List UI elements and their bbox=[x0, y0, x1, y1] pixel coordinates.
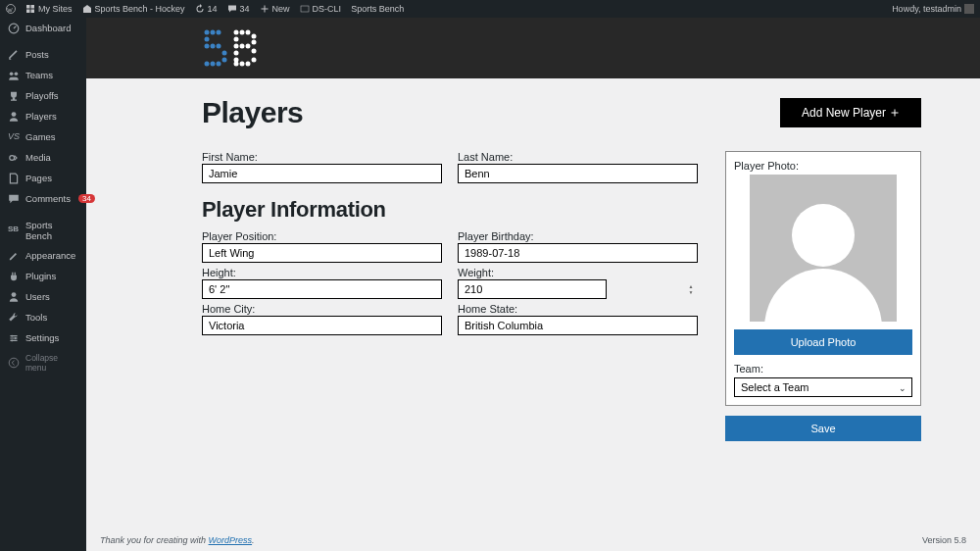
sidebar-item-posts[interactable]: Posts bbox=[0, 44, 86, 65]
sidebar-item-plugins[interactable]: Plugins bbox=[0, 266, 86, 286]
save-button[interactable]: Save bbox=[725, 416, 921, 441]
svg-point-5 bbox=[12, 112, 17, 117]
first-name-input[interactable] bbox=[202, 164, 442, 183]
svg-rect-1 bbox=[301, 6, 309, 12]
sidebar-item-appearance[interactable]: Appearance bbox=[0, 245, 86, 266]
upload-photo-button[interactable]: Upload Photo bbox=[734, 329, 912, 355]
site-name-link[interactable]: Sports Bench - Hockey bbox=[82, 4, 185, 14]
howdy-link[interactable]: Howdy, testadmin bbox=[892, 4, 974, 14]
svg-point-38 bbox=[240, 62, 245, 67]
collapse-menu[interactable]: Collapse menu bbox=[0, 348, 86, 376]
height-input[interactable] bbox=[202, 279, 442, 299]
svg-point-17 bbox=[211, 44, 216, 49]
comments-link[interactable]: 34 bbox=[227, 4, 250, 14]
home-state-input[interactable] bbox=[458, 316, 698, 335]
team-select[interactable]: Select a Team bbox=[734, 377, 912, 397]
sidebar-item-tools[interactable]: Tools bbox=[0, 307, 86, 327]
svg-point-24 bbox=[234, 30, 239, 35]
sidebar-item-label: Sports Bench bbox=[25, 220, 78, 241]
player-photo-panel: Player Photo: Upload Photo Team: Select … bbox=[725, 151, 921, 406]
player-photo-placeholder bbox=[750, 175, 897, 322]
svg-point-21 bbox=[205, 62, 210, 67]
sidebar-item-label: Pages bbox=[25, 173, 52, 183]
svg-point-15 bbox=[205, 37, 210, 42]
sidebar-item-label: Media bbox=[25, 152, 51, 163]
svg-point-19 bbox=[222, 51, 227, 56]
sidebar-item-label: Teams bbox=[25, 70, 53, 80]
svg-point-18 bbox=[217, 44, 221, 49]
first-name-label: First Name: bbox=[202, 151, 442, 163]
weight-input[interactable] bbox=[458, 279, 607, 299]
sidebar-item-pages[interactable]: Pages bbox=[0, 168, 86, 188]
sidebar-item-comments[interactable]: Comments34 bbox=[0, 188, 86, 209]
my-sites-link[interactable]: My Sites bbox=[25, 4, 73, 14]
svg-point-14 bbox=[217, 30, 221, 35]
svg-point-4 bbox=[15, 72, 19, 75]
sidebar-item-settings[interactable]: Settings bbox=[0, 327, 86, 348]
svg-point-13 bbox=[211, 30, 216, 35]
position-input[interactable] bbox=[202, 243, 442, 263]
sidebar-item-label: Tools bbox=[25, 312, 47, 323]
sidebar-item-teams[interactable]: Teams bbox=[0, 65, 86, 85]
svg-point-29 bbox=[252, 40, 257, 45]
svg-point-28 bbox=[234, 37, 239, 42]
main-content: Players Add New Player First Name: Last … bbox=[86, 18, 980, 551]
version-text: Version 5.8 bbox=[922, 535, 966, 545]
wordpress-link[interactable]: WordPress bbox=[209, 535, 253, 545]
svg-point-34 bbox=[252, 49, 257, 54]
sidebar-item-label: Settings bbox=[25, 332, 59, 343]
svg-point-36 bbox=[252, 58, 257, 63]
svg-point-32 bbox=[246, 44, 251, 49]
avatar-icon bbox=[964, 4, 974, 14]
sidebar-item-players[interactable]: Players bbox=[0, 106, 86, 126]
sidebar-item-sportsbench[interactable]: SBSports Bench bbox=[0, 215, 86, 245]
sb-logo bbox=[202, 27, 259, 69]
svg-point-9 bbox=[15, 337, 17, 339]
updates-link[interactable]: 14 bbox=[195, 4, 218, 14]
dscli-link[interactable]: DS-CLI bbox=[300, 4, 342, 14]
sidebar-item-label: Posts bbox=[25, 49, 49, 60]
last-name-input[interactable] bbox=[458, 164, 698, 183]
sidebar-item-label: Games bbox=[25, 131, 56, 142]
number-spinner-icon[interactable]: ▲▼ bbox=[686, 281, 696, 297]
brand-bar bbox=[86, 18, 980, 78]
new-link[interactable]: New bbox=[260, 4, 290, 14]
weight-label: Weight: bbox=[458, 267, 698, 278]
wp-logo[interactable] bbox=[6, 4, 16, 14]
svg-point-25 bbox=[240, 30, 245, 35]
svg-point-30 bbox=[234, 44, 239, 49]
sidebar-item-dashboard[interactable]: Dashboard bbox=[0, 18, 86, 38]
sidebar-item-media[interactable]: Media bbox=[0, 147, 86, 168]
svg-point-7 bbox=[12, 292, 17, 297]
home-state-label: Home State: bbox=[458, 303, 698, 315]
sidebar-item-label: Players bbox=[25, 111, 57, 122]
svg-point-6 bbox=[10, 155, 15, 160]
sidebar-item-label: Comments bbox=[25, 193, 71, 204]
svg-point-23 bbox=[217, 62, 221, 67]
home-city-input[interactable] bbox=[202, 316, 442, 335]
team-label: Team: bbox=[734, 363, 912, 375]
page-title: Players bbox=[202, 96, 303, 129]
svg-point-20 bbox=[222, 58, 227, 63]
sidebar-item-label: Users bbox=[25, 291, 50, 302]
svg-point-16 bbox=[205, 44, 210, 49]
svg-point-33 bbox=[234, 51, 239, 56]
birthday-input[interactable] bbox=[458, 243, 698, 263]
svg-point-26 bbox=[246, 30, 251, 35]
sidebar-item-label: Plugins bbox=[25, 271, 56, 281]
sports-bench-link[interactable]: Sports Bench bbox=[351, 4, 404, 14]
sidebar-item-label: Dashboard bbox=[25, 23, 71, 33]
admin-sidebar: Dashboard Posts Teams Playoffs Players V… bbox=[0, 18, 86, 551]
svg-point-8 bbox=[11, 334, 13, 336]
svg-point-10 bbox=[11, 339, 13, 341]
plus-icon bbox=[890, 108, 900, 118]
player-info-heading: Player Information bbox=[202, 197, 698, 223]
add-new-player-button[interactable]: Add New Player bbox=[780, 98, 921, 127]
position-label: Player Position: bbox=[202, 230, 442, 242]
birthday-label: Player Birthday: bbox=[458, 230, 698, 242]
sidebar-item-label: Appearance bbox=[25, 250, 75, 261]
sidebar-item-games[interactable]: VSGames bbox=[0, 126, 86, 147]
svg-point-22 bbox=[211, 62, 216, 67]
sidebar-item-playoffs[interactable]: Playoffs bbox=[0, 85, 86, 106]
sidebar-item-users[interactable]: Users bbox=[0, 286, 86, 307]
